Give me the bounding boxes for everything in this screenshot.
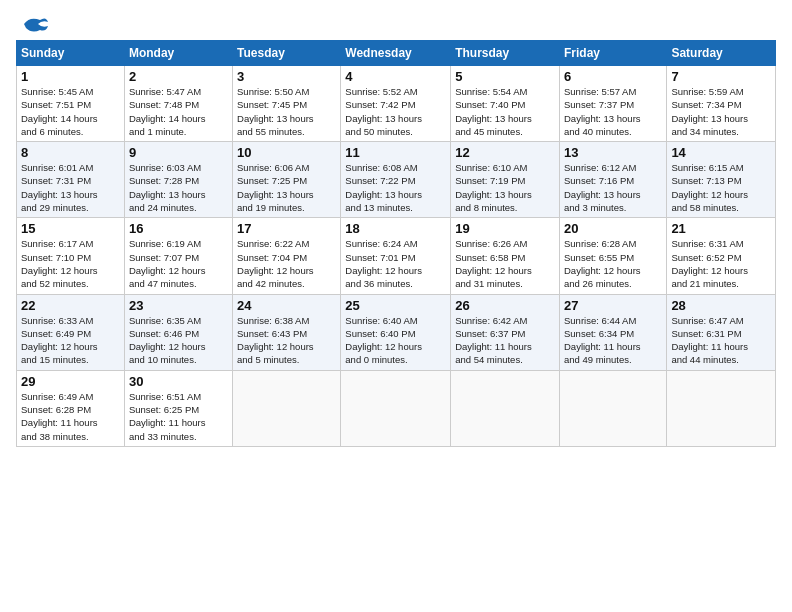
day-number: 2 (129, 69, 228, 84)
day-number: 15 (21, 221, 120, 236)
day-info: Sunrise: 6:19 AM Sunset: 7:07 PM Dayligh… (129, 237, 228, 290)
calendar-week-row: 1Sunrise: 5:45 AM Sunset: 7:51 PM Daylig… (17, 66, 776, 142)
logo-bird-icon (20, 12, 50, 36)
day-info: Sunrise: 6:01 AM Sunset: 7:31 PM Dayligh… (21, 161, 120, 214)
calendar-cell (667, 370, 776, 446)
calendar-cell: 14Sunrise: 6:15 AM Sunset: 7:13 PM Dayli… (667, 142, 776, 218)
calendar-week-row: 29Sunrise: 6:49 AM Sunset: 6:28 PM Dayli… (17, 370, 776, 446)
day-info: Sunrise: 5:50 AM Sunset: 7:45 PM Dayligh… (237, 85, 336, 138)
calendar-cell: 9Sunrise: 6:03 AM Sunset: 7:28 PM Daylig… (124, 142, 232, 218)
calendar-header-sunday: Sunday (17, 41, 125, 66)
day-number: 12 (455, 145, 555, 160)
day-info: Sunrise: 6:44 AM Sunset: 6:34 PM Dayligh… (564, 314, 662, 367)
header-area (16, 12, 776, 32)
day-info: Sunrise: 6:38 AM Sunset: 6:43 PM Dayligh… (237, 314, 336, 367)
calendar-cell: 11Sunrise: 6:08 AM Sunset: 7:22 PM Dayli… (341, 142, 451, 218)
day-info: Sunrise: 6:31 AM Sunset: 6:52 PM Dayligh… (671, 237, 771, 290)
calendar-header-tuesday: Tuesday (233, 41, 341, 66)
day-number: 11 (345, 145, 446, 160)
calendar-cell: 28Sunrise: 6:47 AM Sunset: 6:31 PM Dayli… (667, 294, 776, 370)
calendar-cell: 24Sunrise: 6:38 AM Sunset: 6:43 PM Dayli… (233, 294, 341, 370)
day-info: Sunrise: 6:12 AM Sunset: 7:16 PM Dayligh… (564, 161, 662, 214)
calendar-cell: 21Sunrise: 6:31 AM Sunset: 6:52 PM Dayli… (667, 218, 776, 294)
calendar-cell: 18Sunrise: 6:24 AM Sunset: 7:01 PM Dayli… (341, 218, 451, 294)
calendar-cell: 12Sunrise: 6:10 AM Sunset: 7:19 PM Dayli… (451, 142, 560, 218)
page: SundayMondayTuesdayWednesdayThursdayFrid… (0, 0, 792, 612)
calendar-cell: 19Sunrise: 6:26 AM Sunset: 6:58 PM Dayli… (451, 218, 560, 294)
day-info: Sunrise: 6:03 AM Sunset: 7:28 PM Dayligh… (129, 161, 228, 214)
calendar-cell: 5Sunrise: 5:54 AM Sunset: 7:40 PM Daylig… (451, 66, 560, 142)
calendar-header-wednesday: Wednesday (341, 41, 451, 66)
calendar-header-saturday: Saturday (667, 41, 776, 66)
calendar-cell: 23Sunrise: 6:35 AM Sunset: 6:46 PM Dayli… (124, 294, 232, 370)
day-number: 8 (21, 145, 120, 160)
day-number: 28 (671, 298, 771, 313)
day-info: Sunrise: 6:08 AM Sunset: 7:22 PM Dayligh… (345, 161, 446, 214)
day-info: Sunrise: 5:59 AM Sunset: 7:34 PM Dayligh… (671, 85, 771, 138)
calendar-cell: 16Sunrise: 6:19 AM Sunset: 7:07 PM Dayli… (124, 218, 232, 294)
calendar-cell: 15Sunrise: 6:17 AM Sunset: 7:10 PM Dayli… (17, 218, 125, 294)
logo (16, 12, 50, 36)
day-info: Sunrise: 5:47 AM Sunset: 7:48 PM Dayligh… (129, 85, 228, 138)
day-info: Sunrise: 6:33 AM Sunset: 6:49 PM Dayligh… (21, 314, 120, 367)
calendar-cell (233, 370, 341, 446)
day-info: Sunrise: 6:15 AM Sunset: 7:13 PM Dayligh… (671, 161, 771, 214)
day-number: 27 (564, 298, 662, 313)
day-number: 10 (237, 145, 336, 160)
calendar-cell: 2Sunrise: 5:47 AM Sunset: 7:48 PM Daylig… (124, 66, 232, 142)
day-number: 9 (129, 145, 228, 160)
calendar-cell: 3Sunrise: 5:50 AM Sunset: 7:45 PM Daylig… (233, 66, 341, 142)
calendar-cell (341, 370, 451, 446)
calendar-cell: 17Sunrise: 6:22 AM Sunset: 7:04 PM Dayli… (233, 218, 341, 294)
day-number: 25 (345, 298, 446, 313)
day-info: Sunrise: 5:52 AM Sunset: 7:42 PM Dayligh… (345, 85, 446, 138)
calendar-cell: 8Sunrise: 6:01 AM Sunset: 7:31 PM Daylig… (17, 142, 125, 218)
day-info: Sunrise: 6:47 AM Sunset: 6:31 PM Dayligh… (671, 314, 771, 367)
day-info: Sunrise: 6:24 AM Sunset: 7:01 PM Dayligh… (345, 237, 446, 290)
day-info: Sunrise: 6:28 AM Sunset: 6:55 PM Dayligh… (564, 237, 662, 290)
calendar-header-thursday: Thursday (451, 41, 560, 66)
day-info: Sunrise: 6:17 AM Sunset: 7:10 PM Dayligh… (21, 237, 120, 290)
day-info: Sunrise: 5:45 AM Sunset: 7:51 PM Dayligh… (21, 85, 120, 138)
calendar-cell: 25Sunrise: 6:40 AM Sunset: 6:40 PM Dayli… (341, 294, 451, 370)
day-number: 29 (21, 374, 120, 389)
calendar-cell: 27Sunrise: 6:44 AM Sunset: 6:34 PM Dayli… (559, 294, 666, 370)
calendar-week-row: 22Sunrise: 6:33 AM Sunset: 6:49 PM Dayli… (17, 294, 776, 370)
calendar-cell: 29Sunrise: 6:49 AM Sunset: 6:28 PM Dayli… (17, 370, 125, 446)
day-number: 30 (129, 374, 228, 389)
calendar-cell: 10Sunrise: 6:06 AM Sunset: 7:25 PM Dayli… (233, 142, 341, 218)
day-info: Sunrise: 6:51 AM Sunset: 6:25 PM Dayligh… (129, 390, 228, 443)
day-number: 4 (345, 69, 446, 84)
calendar-week-row: 15Sunrise: 6:17 AM Sunset: 7:10 PM Dayli… (17, 218, 776, 294)
day-info: Sunrise: 5:54 AM Sunset: 7:40 PM Dayligh… (455, 85, 555, 138)
day-number: 13 (564, 145, 662, 160)
day-info: Sunrise: 6:22 AM Sunset: 7:04 PM Dayligh… (237, 237, 336, 290)
day-number: 23 (129, 298, 228, 313)
day-number: 17 (237, 221, 336, 236)
day-info: Sunrise: 6:42 AM Sunset: 6:37 PM Dayligh… (455, 314, 555, 367)
day-number: 22 (21, 298, 120, 313)
day-number: 18 (345, 221, 446, 236)
calendar-cell: 6Sunrise: 5:57 AM Sunset: 7:37 PM Daylig… (559, 66, 666, 142)
calendar-header-friday: Friday (559, 41, 666, 66)
logo-wrapper (16, 12, 50, 32)
calendar-cell: 22Sunrise: 6:33 AM Sunset: 6:49 PM Dayli… (17, 294, 125, 370)
day-info: Sunrise: 6:06 AM Sunset: 7:25 PM Dayligh… (237, 161, 336, 214)
calendar-week-row: 8Sunrise: 6:01 AM Sunset: 7:31 PM Daylig… (17, 142, 776, 218)
day-number: 3 (237, 69, 336, 84)
calendar-cell: 7Sunrise: 5:59 AM Sunset: 7:34 PM Daylig… (667, 66, 776, 142)
calendar-cell: 30Sunrise: 6:51 AM Sunset: 6:25 PM Dayli… (124, 370, 232, 446)
day-number: 24 (237, 298, 336, 313)
day-number: 5 (455, 69, 555, 84)
calendar-cell: 1Sunrise: 5:45 AM Sunset: 7:51 PM Daylig… (17, 66, 125, 142)
day-info: Sunrise: 6:40 AM Sunset: 6:40 PM Dayligh… (345, 314, 446, 367)
day-number: 14 (671, 145, 771, 160)
calendar-cell: 20Sunrise: 6:28 AM Sunset: 6:55 PM Dayli… (559, 218, 666, 294)
calendar-header-monday: Monday (124, 41, 232, 66)
day-number: 26 (455, 298, 555, 313)
calendar-cell (559, 370, 666, 446)
day-number: 20 (564, 221, 662, 236)
day-number: 6 (564, 69, 662, 84)
day-number: 7 (671, 69, 771, 84)
day-number: 19 (455, 221, 555, 236)
